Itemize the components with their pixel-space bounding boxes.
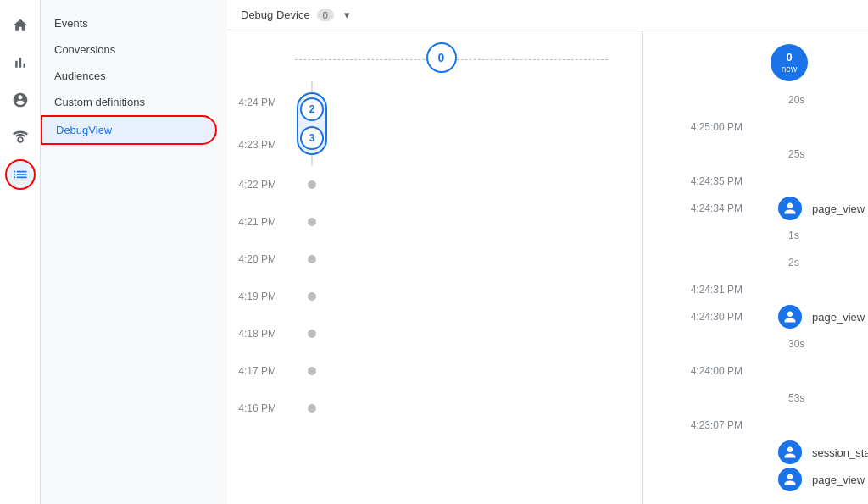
- detail-row-425: 4:25:00 PM: [659, 114, 868, 141]
- time-4240: 4:24:00 PM: [659, 365, 753, 377]
- person-icon-2: [778, 305, 802, 329]
- event-label-page-view-1: page_view: [812, 202, 865, 215]
- debug-device-label: Debug Device: [241, 8, 310, 21]
- nav-events[interactable]: Events: [41, 10, 217, 36]
- time-42435: 4:24:35 PM: [659, 175, 753, 187]
- top-badge: 0 new: [710, 44, 868, 81]
- time-label: 4:22 PM: [227, 179, 287, 191]
- timeline-scroll[interactable]: 4:24 PM 4:23 PM 2 3 4:22 PM: [227, 81, 642, 504]
- detail-gap-1s: 1s: [659, 222, 868, 249]
- detail-gap-2s: 2s: [659, 249, 868, 276]
- time-label-group: 4:24 PM 4:23 PM: [227, 81, 287, 166]
- time-label: 4:16 PM: [227, 402, 287, 414]
- gap-1s: 1s: [788, 230, 799, 241]
- timeline-row: 4:19 PM: [227, 278, 642, 315]
- detail-row-session-start: session_start: [659, 439, 868, 466]
- debug-dropdown-icon[interactable]: ▾: [344, 8, 350, 21]
- antenna-icon[interactable]: [5, 122, 36, 152]
- detail-timeline: 0 new 20s 4:25:00 PM: [643, 44, 868, 493]
- bar-chart-icon[interactable]: [5, 47, 36, 78]
- timeline-center: [287, 404, 337, 413]
- timeline-row: 4:20 PM: [227, 241, 642, 278]
- badge-count: 0: [786, 52, 792, 64]
- debug-device-count: 0: [317, 9, 334, 21]
- detail-gap-53s: 53s: [659, 385, 868, 412]
- top-zero-bubble: 0: [426, 42, 457, 73]
- timeline-center: [287, 330, 337, 338]
- timeline-panel: 0 4:24 PM 4:23 PM 2 3: [227, 30, 643, 504]
- nav-debugview[interactable]: DebugView: [41, 115, 217, 145]
- person-icon-4: [778, 468, 802, 491]
- detail-row-42430: 4:24:30 PM page_view: [659, 303, 868, 330]
- event-label-page-view-2: page_view: [812, 311, 865, 324]
- detail-panel[interactable]: 0 new 20s 4:25:00 PM: [643, 30, 868, 504]
- time-42307: 4:23:07 PM: [659, 419, 753, 431]
- timeline-row: 4:17 PM: [227, 352, 642, 390]
- person-icon-1: [778, 197, 802, 220]
- face-icon[interactable]: [5, 85, 36, 115]
- event-bubble-2[interactable]: 2: [300, 97, 324, 121]
- badge-circle: 0 new: [771, 44, 808, 81]
- timeline-row: 4:18 PM: [227, 315, 642, 352]
- list-icon[interactable]: [5, 159, 36, 190]
- gap-25s: 25s: [788, 148, 804, 160]
- gap-30s: 30s: [788, 338, 804, 350]
- dot-node: [308, 180, 316, 189]
- event-bubble-3[interactable]: 3: [300, 126, 324, 150]
- time-label: 4:21 PM: [227, 216, 287, 228]
- detail-row-42431: 4:24:31 PM: [659, 276, 868, 303]
- time-425: 4:25:00 PM: [659, 121, 753, 133]
- text-nav: Events Conversions Audiences Custom defi…: [41, 0, 227, 504]
- event-label-page-view-last: page_view: [812, 474, 865, 486]
- timeline-center: [287, 180, 337, 189]
- time-42431: 4:24:31 PM: [659, 284, 753, 296]
- gap-53s: 53s: [788, 392, 804, 404]
- gap-2s: 2s: [788, 257, 799, 269]
- time-42434: 4:24:34 PM: [659, 202, 753, 214]
- timeline-row: 4:16 PM: [227, 390, 642, 427]
- home-icon[interactable]: [5, 10, 36, 41]
- dot-node: [308, 367, 316, 375]
- icon-sidebar: [0, 0, 41, 504]
- time-label: 4:19 PM: [227, 291, 287, 302]
- dot-node: [308, 255, 316, 263]
- time-424: 4:24 PM: [227, 97, 276, 108]
- person-icon-3: [778, 440, 802, 464]
- timeline-center: [287, 218, 337, 226]
- detail-gap-20s: 20s: [659, 86, 868, 114]
- dot-node: [308, 218, 316, 226]
- time-label: 4:20 PM: [227, 253, 287, 265]
- nav-conversions[interactable]: Conversions: [41, 36, 217, 63]
- time-42430: 4:24:30 PM: [659, 311, 753, 323]
- dot-node: [308, 330, 316, 338]
- badge-sub: new: [782, 64, 797, 74]
- nav-custom-definitions[interactable]: Custom definitions: [41, 89, 217, 115]
- detail-row-42435: 4:24:35 PM: [659, 168, 868, 195]
- detail-row-page-view-last: page_view: [659, 466, 868, 493]
- timeline-center: [287, 292, 337, 301]
- dot-node: [308, 404, 316, 413]
- detail-row-42307: 4:23:07 PM: [659, 412, 868, 439]
- detail-gap-25s: 25s: [659, 141, 868, 168]
- timeline-center: [287, 255, 337, 263]
- detail-row-4240: 4:24:00 PM: [659, 357, 868, 385]
- event-label-session-start: session_start: [812, 446, 868, 459]
- timeline-center: [287, 367, 337, 375]
- nav-audiences[interactable]: Audiences: [41, 63, 217, 89]
- time-label: 4:18 PM: [227, 328, 287, 340]
- dot-node: [308, 292, 316, 301]
- panels: 0 4:24 PM 4:23 PM 2 3: [227, 30, 868, 504]
- timeline-row: 4:21 PM: [227, 203, 642, 241]
- debug-header: Debug Device 0 ▾: [227, 0, 868, 30]
- main-content: Debug Device 0 ▾ 0 4:24 PM 4:23 PM: [227, 0, 868, 504]
- detail-gap-30s: 30s: [659, 330, 868, 357]
- detail-row-42434: 4:24:34 PM page_view: [659, 195, 868, 222]
- time-label: 4:17 PM: [227, 365, 287, 377]
- gap-20s: 20s: [788, 94, 804, 106]
- time-423: 4:23 PM: [227, 139, 276, 151]
- timeline-row: 4:22 PM: [227, 166, 642, 203]
